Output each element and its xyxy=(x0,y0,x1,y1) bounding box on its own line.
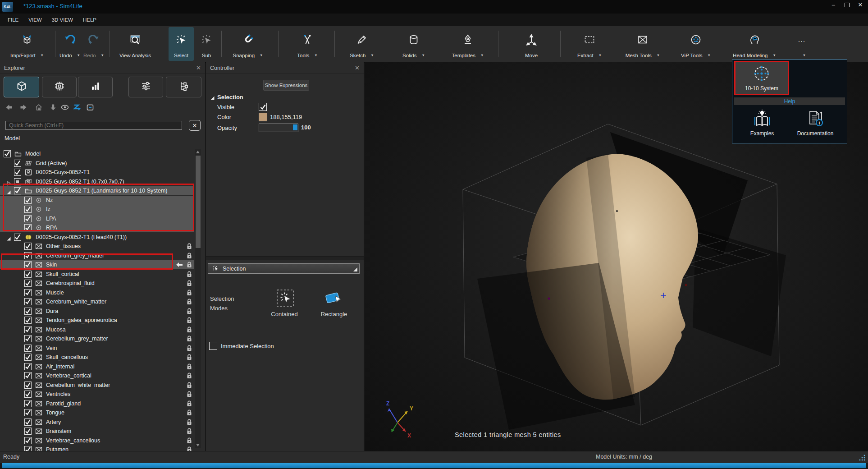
visibility-checkbox[interactable] xyxy=(24,437,32,444)
chevron-down-icon[interactable]: ▼ xyxy=(101,53,104,57)
lock-icon[interactable] xyxy=(186,354,193,361)
lock-icon[interactable] xyxy=(186,418,193,426)
lock-icon[interactable] xyxy=(186,428,193,435)
visibility-checkbox[interactable] xyxy=(14,169,21,176)
selection-tool-bar[interactable]: Selection xyxy=(208,263,360,274)
lock-icon[interactable] xyxy=(186,252,193,259)
lock-icon[interactable] xyxy=(186,372,193,379)
visibility-checkbox[interactable] xyxy=(24,280,32,287)
visibility-checkbox[interactable] xyxy=(24,382,32,389)
ten-ten-system-button[interactable]: 10-10 System xyxy=(734,61,789,95)
tree-row-tendon-galea-aponeurotica[interactable]: Tendon_galea_aponeurotica xyxy=(0,316,194,325)
chevron-down-icon[interactable]: ▼ xyxy=(598,53,602,57)
tree-row-mucosa[interactable]: Mucosa xyxy=(0,325,194,334)
toolbar-button-snapping[interactable]: Snapping▼ xyxy=(225,27,270,61)
tree-row-skull-cancellous[interactable]: Skull_cancellous xyxy=(0,353,194,362)
toolbar-button-select[interactable]: Select xyxy=(169,27,194,61)
examples-button[interactable]: Examples xyxy=(740,107,785,139)
visibility-checkbox[interactable] xyxy=(4,150,11,157)
rectangle-mode-button[interactable] xyxy=(324,290,344,308)
tree-row-cerebellum-white-matter[interactable]: Cerebellum_white_matter xyxy=(0,381,194,390)
opacity-slider[interactable] xyxy=(259,124,298,132)
tree-row-model[interactable]: Model xyxy=(0,149,194,158)
toolbar-button-solids[interactable]: Solids▼ xyxy=(389,27,439,61)
toolbar-button-tools[interactable]: Tools▼ xyxy=(282,27,333,61)
lock-icon[interactable] xyxy=(186,326,193,333)
chevron-down-icon[interactable]: ▼ xyxy=(421,53,425,57)
lock-icon[interactable] xyxy=(186,289,193,296)
visibility-checkbox[interactable] xyxy=(14,160,21,167)
minimize-button[interactable]: − xyxy=(827,0,840,10)
tree-row-vertebrae-cortical[interactable]: Vertebrae_cortical xyxy=(0,371,194,380)
toolbar-button-imp-export[interactable]: Imp/Export▼ xyxy=(4,27,50,61)
tree-row-grid-active[interactable]: Grid (Active) xyxy=(0,159,194,168)
tree-row-air-internal[interactable]: Air_internal xyxy=(0,362,194,371)
chevron-down-icon[interactable]: ▼ xyxy=(41,53,44,57)
resize-grip-icon[interactable] xyxy=(858,453,866,461)
menu-file[interactable]: FILE xyxy=(3,15,23,24)
toolbar-button-head-modeling[interactable]: Head Modeling▼ xyxy=(723,27,786,61)
tree-row-ventricles[interactable]: Ventricles xyxy=(0,390,194,399)
visibility-checkbox[interactable] xyxy=(24,354,32,361)
lock-icon[interactable] xyxy=(186,345,193,352)
tree-row-parotid-gland[interactable]: Parotid_gland xyxy=(0,399,194,408)
lock-icon[interactable] xyxy=(186,400,193,407)
tree-row-tongue[interactable]: Tongue xyxy=(0,408,194,417)
show-expressions-button[interactable]: Show Expressions xyxy=(263,80,309,91)
scroll-down-icon[interactable] xyxy=(196,444,200,446)
tree-row-ixi025-guys-0852-t1[interactable]: IXI025-Guys-0852-T1 xyxy=(0,168,194,177)
visibility-checkbox[interactable] xyxy=(24,363,32,370)
visible-checkbox[interactable] xyxy=(259,103,267,111)
visibility-checkbox[interactable] xyxy=(24,289,32,296)
chevron-down-icon[interactable]: ▼ xyxy=(314,53,317,57)
visibility-checkbox[interactable] xyxy=(24,326,32,333)
lock-icon[interactable] xyxy=(186,261,193,268)
visibility-checkbox[interactable] xyxy=(24,271,32,278)
close-button[interactable]: × xyxy=(854,0,867,10)
help-bar[interactable]: Help xyxy=(734,97,845,105)
chevron-down-icon[interactable]: ▼ xyxy=(772,53,776,57)
menu-view[interactable]: VIEW xyxy=(23,15,46,24)
visibility-checkbox[interactable] xyxy=(24,308,32,315)
lock-icon[interactable] xyxy=(186,363,193,370)
maximize-button[interactable] xyxy=(840,0,854,10)
color-swatch[interactable] xyxy=(259,113,267,121)
toolbar-button-overflow[interactable]: ...▼ xyxy=(789,27,814,61)
controller-close-icon[interactable]: ✕ xyxy=(355,64,360,71)
visibility-checkbox[interactable] xyxy=(24,428,32,435)
chevron-down-icon[interactable]: ▼ xyxy=(657,53,660,57)
lock-icon[interactable] xyxy=(186,437,193,444)
visibility-checkbox[interactable] xyxy=(24,298,32,305)
lock-icon[interactable] xyxy=(186,243,193,250)
visibility-checkbox[interactable] xyxy=(24,391,32,398)
opacity-slider-handle[interactable] xyxy=(293,124,297,130)
visibility-checkbox[interactable] xyxy=(24,418,32,426)
immediate-selection-checkbox[interactable] xyxy=(209,342,217,350)
toolbar-button-templates[interactable]: Templates▼ xyxy=(442,27,493,61)
tree-row-ixi025-guys-0852-t1-head40-t1[interactable]: IXI025-Guys-0852-T1 (Head40 (T1)) xyxy=(0,233,194,242)
lock-icon[interactable] xyxy=(186,308,193,315)
panel-splitter[interactable] xyxy=(206,256,364,260)
menu-3d-view[interactable]: 3D VIEW xyxy=(47,15,78,24)
visibility-checkbox[interactable] xyxy=(14,234,21,241)
toolbar-button-undo[interactable]: Undo▼ xyxy=(58,27,82,61)
toolbar-button-move[interactable]: Move xyxy=(509,27,553,61)
toolbar-button-redo[interactable]: Redo▼ xyxy=(82,27,105,61)
menu-help[interactable]: HELP xyxy=(78,15,101,24)
toolbar-button-mesh-tools[interactable]: Mesh Tools▼ xyxy=(617,27,668,61)
chevron-down-icon[interactable]: ▼ xyxy=(370,53,374,57)
lock-icon[interactable] xyxy=(186,382,193,389)
toolbar-button-extract[interactable]: Extract▼ xyxy=(565,27,614,61)
lock-icon[interactable] xyxy=(186,409,193,416)
tree-row-skull-cortical[interactable]: Skull_cortical xyxy=(0,270,194,279)
lock-icon[interactable] xyxy=(186,298,193,305)
chevron-down-icon[interactable]: ▼ xyxy=(77,53,80,57)
toolbar-button-sub[interactable]: Sub xyxy=(195,27,218,61)
toolbar-button-view-analysis[interactable]: View Analysis xyxy=(113,27,158,61)
chevron-down-icon[interactable]: ▼ xyxy=(707,53,710,57)
section-collapse-icon[interactable] xyxy=(210,96,215,101)
toolbar-button-vip-tools[interactable]: ViP Tools▼ xyxy=(672,27,720,61)
tree-row-cerebrum-white-matter[interactable]: Cerebrum_white_matter xyxy=(0,297,194,306)
tree-row-vein[interactable]: Vein xyxy=(0,344,194,353)
chevron-down-icon[interactable]: ▼ xyxy=(803,53,806,57)
